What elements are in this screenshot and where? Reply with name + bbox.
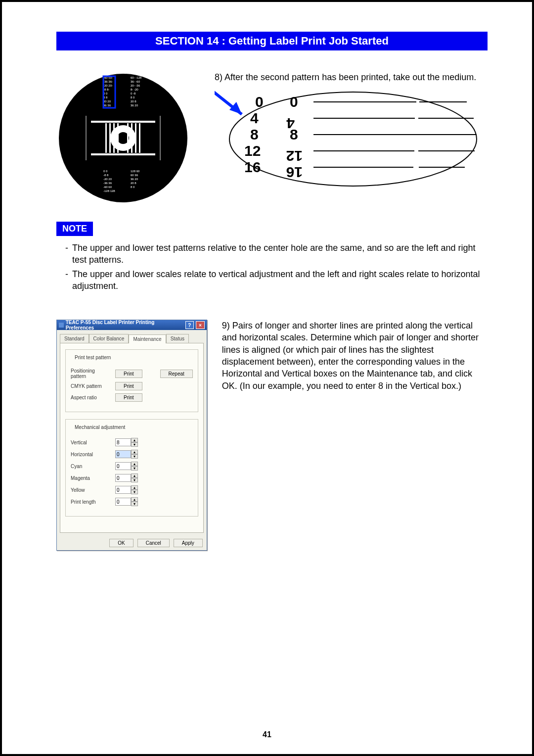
svg-text:-36 36-: -36 36- xyxy=(103,80,113,83)
svg-text:60- -128: 60- -128 xyxy=(131,76,142,79)
tab-standard[interactable]: Standard xyxy=(60,334,89,343)
group-title: Print test pattern xyxy=(73,355,113,360)
vertical-spinner[interactable]: ▲▼ xyxy=(115,438,138,447)
svg-text:60 36: 60 36 xyxy=(131,174,138,177)
print-length-spinner[interactable]: ▲▼ xyxy=(115,497,138,506)
ok-button[interactable]: OK xyxy=(109,539,133,547)
print-button[interactable]: Print xyxy=(115,382,142,390)
spin-up[interactable]: ▲ xyxy=(131,450,138,454)
svg-rect-15 xyxy=(113,138,115,153)
spin-down[interactable]: ▼ xyxy=(131,454,138,459)
svg-rect-9 xyxy=(127,123,129,139)
svg-rect-11 xyxy=(135,123,136,139)
help-button[interactable]: ? xyxy=(185,321,194,329)
step-8-block: 8) After the second pattern has been pri… xyxy=(215,71,488,207)
tab-maintenance[interactable]: Maintenance xyxy=(129,334,166,343)
magenta-input[interactable] xyxy=(115,474,131,482)
svg-text:20- -36: 20- -36 xyxy=(131,84,140,87)
svg-text:36 20: 36 20 xyxy=(131,178,138,181)
svg-text:-36 36: -36 36 xyxy=(103,182,112,185)
svg-text:4: 4 xyxy=(250,110,259,126)
svg-rect-17 xyxy=(127,138,129,153)
disc-pattern-icon: -60 50--36 36--20 20--8 8-0 08 820 2036 … xyxy=(56,71,190,205)
ellipse-zoom-icon: 0 4 8 12 16 0 4 8 12 16 xyxy=(215,87,482,191)
note-list: The upper and lower test patterns relati… xyxy=(65,242,488,292)
adj-label: Magenta xyxy=(71,475,111,481)
svg-text:-8 8-: -8 8- xyxy=(103,88,109,91)
horizontal-input[interactable] xyxy=(115,450,131,458)
section-banner: SECTION 14 : Getting Label Print Job Sta… xyxy=(56,32,488,50)
tab-status[interactable]: Status xyxy=(166,334,189,343)
svg-text:20 20: 20 20 xyxy=(103,100,111,103)
dialog-tabs: Standard Color Balance Maintenance Statu… xyxy=(57,330,207,343)
magenta-spinner[interactable]: ▲▼ xyxy=(115,473,138,482)
note-item: The upper and lower scales relate to ver… xyxy=(65,268,488,292)
group-title: Mechanical adjustment xyxy=(73,425,127,430)
horizontal-spinner[interactable]: ▲▼ xyxy=(115,450,138,459)
figure-row-1: -60 50--36 36--20 20--8 8-0 08 820 2036 … xyxy=(56,71,488,207)
spin-up[interactable]: ▲ xyxy=(131,462,138,466)
mechanical-adjustment-group: Mechanical adjustment Vertical▲▼ Horizon… xyxy=(65,419,198,517)
svg-text:12: 12 xyxy=(244,142,261,159)
svg-rect-7 xyxy=(113,123,115,139)
svg-rect-13 xyxy=(105,138,107,153)
spin-down[interactable]: ▼ xyxy=(131,442,138,447)
svg-text:-128 128: -128 128 xyxy=(103,189,115,192)
print-button[interactable]: Print xyxy=(115,393,142,402)
svg-text:-60 60: -60 60 xyxy=(103,186,112,189)
spin-up[interactable]: ▲ xyxy=(131,473,138,478)
page: SECTION 14 : Getting Label Print Job Sta… xyxy=(0,0,534,756)
yellow-input[interactable] xyxy=(115,486,131,494)
repeat-button[interactable]: Repeat xyxy=(160,370,193,378)
spin-down[interactable]: ▼ xyxy=(131,502,138,506)
adj-label: Print length xyxy=(71,499,111,505)
cyan-spinner[interactable]: ▲▼ xyxy=(115,462,138,471)
svg-text:8: 8 xyxy=(250,126,259,142)
print-button[interactable]: Print xyxy=(115,370,142,378)
dialog-actions: OK Cancel Apply xyxy=(57,536,207,550)
spin-up[interactable]: ▲ xyxy=(131,438,138,442)
svg-rect-10 xyxy=(131,123,133,139)
svg-rect-18 xyxy=(131,138,133,153)
svg-rect-3 xyxy=(91,121,155,123)
spin-down[interactable]: ▼ xyxy=(131,490,138,494)
spin-down[interactable]: ▼ xyxy=(131,478,138,482)
svg-rect-14 xyxy=(109,138,111,153)
step-9-text: 9) Pairs of longer and shorter lines are… xyxy=(222,321,479,390)
svg-text:0: 0 xyxy=(255,94,264,110)
svg-text:36- -60: 36- -60 xyxy=(131,80,140,83)
tab-color-balance[interactable]: Color Balance xyxy=(89,334,129,343)
svg-text:-20 20: -20 20 xyxy=(103,178,112,181)
svg-text:0 -8: 0 -8 xyxy=(131,92,136,95)
preferences-dialog: TEAC P-55 Disc Label Printer Printing Pr… xyxy=(56,320,207,551)
svg-rect-5 xyxy=(105,123,107,139)
svg-text:36 20: 36 20 xyxy=(131,104,138,107)
svg-text:-8 8: -8 8 xyxy=(103,174,109,177)
page-number: 41 xyxy=(2,730,532,739)
vertical-input[interactable] xyxy=(115,438,131,446)
svg-rect-19 xyxy=(135,138,136,153)
cancel-button[interactable]: Cancel xyxy=(137,539,170,547)
svg-rect-6 xyxy=(109,123,111,139)
row-label: Aspect ratio xyxy=(71,395,111,400)
svg-text:16: 16 xyxy=(286,164,303,181)
yellow-spinner[interactable]: ▲▼ xyxy=(115,485,138,494)
app-icon xyxy=(59,323,64,328)
svg-rect-20 xyxy=(139,138,140,153)
adj-label: Cyan xyxy=(71,464,111,469)
apply-button[interactable]: Apply xyxy=(174,539,203,547)
spin-down[interactable]: ▼ xyxy=(131,466,138,471)
adj-label: Yellow xyxy=(71,487,111,493)
ellipse-detail-figure: 0 4 8 12 16 0 4 8 12 16 xyxy=(215,87,488,194)
figure-row-2: TEAC P-55 Disc Label Printer Printing Pr… xyxy=(56,320,488,551)
print-test-pattern-group: Print test pattern Positioning pattern P… xyxy=(65,349,198,412)
svg-text:20 8: 20 8 xyxy=(131,182,136,185)
cyan-input[interactable] xyxy=(115,462,131,470)
spin-up[interactable]: ▲ xyxy=(131,485,138,490)
disc-test-pattern-figure: -60 50--36 36--20 20--8 8-0 08 820 2036 … xyxy=(56,71,200,207)
spin-up[interactable]: ▲ xyxy=(131,497,138,502)
print-length-input[interactable] xyxy=(115,498,131,506)
close-button[interactable]: × xyxy=(196,321,205,329)
note-badge: NOTE xyxy=(56,222,93,236)
svg-marker-51 xyxy=(229,102,242,114)
